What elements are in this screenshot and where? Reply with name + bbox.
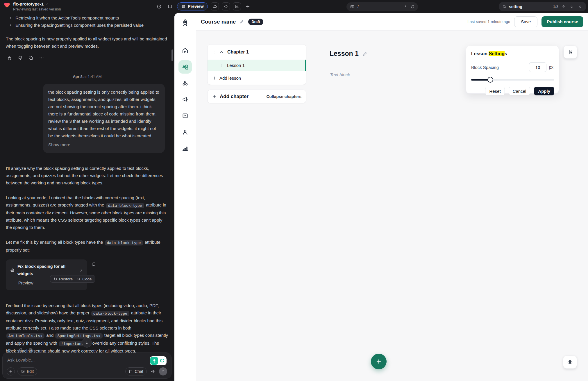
add-lesson-button[interactable]: Add lesson	[208, 71, 306, 85]
send-button[interactable]	[159, 367, 167, 375]
drag-handle-icon[interactable]	[220, 63, 224, 68]
assistant-paragraph: I'll analyze why the block spacing setti…	[6, 165, 169, 186]
add-block-fab[interactable]	[371, 354, 387, 369]
chat-panel: Retrieving it when the ActionTools compo…	[0, 13, 174, 381]
grammarly-widget[interactable]: G	[150, 356, 167, 365]
user-message-bubble: the block spacing setting is only correc…	[43, 84, 165, 153]
thumbs-up-icon[interactable]	[6, 54, 13, 61]
search-input[interactable]	[509, 4, 547, 9]
sidebar-item-content[interactable]	[178, 60, 192, 74]
refresh-icon[interactable]	[410, 5, 414, 9]
chat-mode-button[interactable]: Chat	[125, 367, 147, 375]
user-message-text: the block spacing setting is only correc…	[48, 90, 159, 138]
code-button[interactable]: Code	[77, 275, 92, 283]
search-highlight: Setting	[489, 51, 504, 56]
arrow-down-icon[interactable]	[569, 4, 575, 10]
chapter-title[interactable]: Chapter 1	[227, 49, 249, 55]
pencil-icon[interactable]	[362, 51, 368, 56]
pencil-icon[interactable]	[239, 19, 244, 24]
frame-icon[interactable]	[166, 2, 174, 10]
copy-icon[interactable]	[27, 54, 34, 61]
block-spacing-label: Block Spacing	[471, 65, 499, 70]
code-change-card[interactable]: Fix block spacing for all widgets Previe…	[6, 259, 87, 290]
block-spacing-input[interactable]	[529, 62, 546, 72]
grammarly-g-icon: G	[158, 357, 166, 365]
block-spacing-slider[interactable]	[471, 77, 554, 83]
lesson-nav-label: Lesson 1	[227, 63, 245, 68]
reader-icon[interactable]	[350, 4, 355, 9]
preview-button[interactable]: Preview	[177, 2, 208, 10]
sidebar-item-people[interactable]	[178, 125, 192, 139]
arrow-up-icon[interactable]	[561, 4, 566, 10]
list-item: Ensuring the SpacingSettings component u…	[6, 22, 169, 29]
preview-eye-button[interactable]	[563, 356, 577, 368]
bookmark-icon[interactable]	[91, 262, 96, 267]
chevron-up-icon[interactable]	[219, 50, 224, 54]
globe-icon	[181, 4, 186, 9]
project-brand[interactable]: flc-prototype-1 Previewing last saved ve…	[3, 1, 61, 12]
sidebar-item-groups[interactable]	[178, 76, 192, 90]
rocket-icon[interactable]	[181, 18, 190, 27]
restore-button[interactable]: Restore	[53, 275, 73, 283]
thumbs-down-icon[interactable]	[17, 54, 24, 61]
undo-icon	[53, 277, 58, 281]
plus-icon	[212, 76, 217, 80]
edit-select-icon	[21, 369, 25, 373]
chat-scrollbar[interactable]	[171, 49, 173, 61]
lesson-heading[interactable]: Lesson 1	[330, 50, 359, 58]
chevron-down-icon[interactable]	[45, 2, 49, 6]
settings-panel-title: Lesson Settings	[471, 51, 554, 56]
search-match-count: 1/3	[553, 4, 558, 9]
publish-course-button[interactable]: Publish course	[541, 16, 583, 27]
settings-toggle-button[interactable]	[564, 46, 577, 58]
cloud-icon[interactable]	[211, 2, 219, 10]
reset-button[interactable]: Reset	[485, 87, 505, 95]
lesson-nav-item[interactable]: Lesson 1	[208, 60, 306, 71]
drag-handle-icon[interactable]	[212, 49, 216, 55]
cancel-button[interactable]: Cancel	[509, 87, 530, 95]
chat-composer: G Edit Chat	[2, 352, 171, 379]
chevron-right-icon	[79, 268, 83, 272]
sidebar-item-analytics[interactable]	[178, 142, 192, 155]
analytics-icon[interactable]	[233, 2, 241, 10]
top-bar: flc-prototype-1 Previewing last saved ve…	[0, 0, 588, 13]
code-icon[interactable]	[222, 2, 230, 10]
code-icon	[77, 277, 81, 281]
save-button[interactable]: Save	[514, 16, 537, 27]
external-link-icon[interactable]	[403, 5, 407, 9]
text-block-placeholder[interactable]: Text block	[330, 72, 350, 77]
url-bar[interactable]: /	[346, 2, 418, 11]
chat-input[interactable]	[7, 357, 118, 362]
collapse-chapters-button[interactable]: Collapse chapters	[266, 94, 301, 99]
apply-button[interactable]: Apply	[534, 87, 554, 95]
close-icon[interactable]	[577, 4, 583, 10]
scroll-to-bottom-button[interactable]	[82, 338, 92, 348]
more-icon[interactable]	[38, 54, 45, 61]
show-more-link[interactable]: Show more	[48, 141, 70, 148]
timestamp: Apr 8 at 1:41 AM	[6, 73, 169, 80]
add-tab-icon[interactable]	[244, 2, 252, 10]
code-change-card-wrap: Fix block spacing for all widgets Previe…	[6, 259, 96, 290]
message-actions	[6, 54, 169, 61]
sidebar-item-home[interactable]	[178, 44, 192, 57]
list-item: Retrieving it when the ActionTools compo…	[6, 14, 169, 22]
history-icon[interactable]	[155, 2, 163, 10]
edit-mode-button[interactable]: Edit	[17, 367, 37, 375]
last-saved-text: Last saved 1 minute ago	[467, 19, 510, 24]
course-title: Course name	[201, 19, 236, 25]
app-sidebar	[174, 13, 196, 381]
add-chapter-button[interactable]: Add chapter	[220, 94, 249, 99]
assistant-summary: The block spacing is now properly applie…	[6, 35, 169, 50]
voice-icon[interactable]	[149, 368, 156, 375]
sidebar-item-inbox[interactable]	[178, 109, 192, 122]
attach-plus-button[interactable]	[7, 367, 15, 375]
url-path[interactable]: /	[358, 4, 400, 9]
slider-thumb[interactable]	[487, 77, 493, 83]
restore-code-toolbar: Restore Code	[50, 275, 95, 283]
status-badge: Draft	[248, 19, 263, 25]
sidebar-item-announcements[interactable]	[178, 93, 192, 106]
chat-bubble-icon	[129, 369, 133, 373]
assistant-paragraph: Let me fix this by ensuring all block ty…	[6, 238, 169, 254]
chapter-card: Chapter 1 Lesson 1 Add lesson	[207, 44, 306, 85]
lovable-logo	[3, 1, 10, 8]
